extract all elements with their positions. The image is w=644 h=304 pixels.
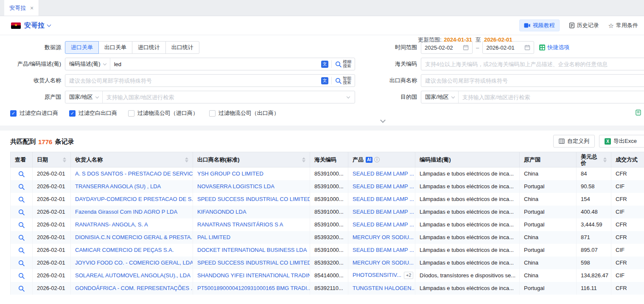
view-detail-icon[interactable] [18, 171, 25, 177]
video-tutorial-label: 视频教程 [533, 22, 555, 29]
cell-consignee-link[interactable]: GONDOÁFRICA - COM. REPRESENTAÇÕES ... [75, 285, 193, 291]
video-icon [524, 23, 530, 28]
translate-icon[interactable]: 文 [321, 61, 328, 68]
table-row: 2026-02-01Fazenda Girassol Com IND AGRO … [11, 206, 644, 218]
view-detail-icon[interactable] [18, 222, 25, 228]
table-row: 2026-02-01GONDOÁFRICA - COM. REPRESENTAÇ… [11, 282, 644, 295]
sort-icon[interactable] [601, 157, 607, 162]
tab-angola[interactable]: 安哥拉 × [4, 0, 39, 16]
cell-consignee-link[interactable]: Fazenda Girassol Com IND AGRO P LDA [75, 209, 177, 215]
view-detail-icon[interactable] [18, 285, 25, 292]
collapse-filters-button[interactable] [380, 117, 386, 123]
sort-icon[interactable] [300, 157, 305, 162]
cell-consignee-link[interactable]: DIONISIA.C.N COMERCIO GERAL & PRESTA... [75, 234, 193, 240]
origin-country-select[interactable]: 国家/地区 [65, 91, 103, 103]
sort-icon[interactable] [182, 157, 188, 162]
column-header[interactable]: 日期 [33, 152, 71, 167]
cell-consignee-link[interactable]: RANATRANS- ANGOLA, S. A [75, 221, 148, 228]
cell-consignee-link[interactable]: A. S DOS SANTOS - PRESTACAO DE SERVIC... [75, 170, 193, 177]
quick-options-link[interactable]: 快捷选项 [539, 44, 569, 51]
exporter-input[interactable] [421, 74, 644, 87]
start-date-value[interactable] [425, 45, 463, 51]
video-tutorial-button[interactable]: 视频教程 [519, 20, 560, 31]
cell-exporter-link[interactable]: PT50018900004120931000165 BMG TRADI... [197, 285, 310, 291]
export-excel-label: 导出Exce [613, 137, 637, 145]
tab-bar: 安哥拉 × [0, 0, 644, 16]
cell-consignee-link[interactable]: DAYDAYUP-COMERCIO E PRESTACAO DE S... [75, 196, 193, 202]
history-button[interactable]: 历史记录 [569, 22, 599, 29]
cell-consignee-link[interactable]: CAMICAR COMERCIO DE PEÇAS S.A. [75, 247, 174, 253]
consignee-input[interactable] [65, 78, 321, 84]
checkbox-unchecked-icon[interactable] [209, 110, 216, 117]
export-excel-button[interactable]: X 导出Exce [599, 135, 644, 148]
column-header[interactable]: 美元总价 [577, 152, 611, 167]
view-detail-icon[interactable] [18, 209, 25, 215]
origin-country-input[interactable] [103, 94, 347, 100]
origin-country-label: 原产国 [10, 93, 61, 101]
checkbox-checked-icon[interactable]: ✓ [10, 110, 17, 117]
cell-product-link[interactable]: SEALED BEAM LAMP ... [353, 183, 414, 190]
column-header[interactable]: 收货人名称 [71, 152, 193, 167]
quick-options-label[interactable]: 快捷选项 [547, 44, 569, 51]
cell-product-link[interactable]: PHOTOSENSITIV... [353, 272, 401, 278]
cell-exporter-link[interactable]: SPEED SUCCESS INDUSTRIAL CO LIMITED [197, 259, 310, 266]
cell-consignee-link[interactable]: SOLAREAL AUTOMOVEL ANGOLA(SU)., LDA [75, 272, 190, 279]
product-more-badge[interactable]: +2 [404, 272, 414, 279]
cell-hs-code: 85391000... [314, 247, 344, 253]
view-detail-icon[interactable] [18, 184, 25, 190]
cell-exporter-link[interactable]: SHANDONG YIFEI INTERNATIONAL TRADIN... [197, 272, 310, 279]
filter-checkbox-3[interactable]: 过滤物流公司（出口商） [209, 109, 279, 117]
cell-product-link[interactable]: SEALED BEAM LAMP ... [353, 247, 414, 253]
view-detail-icon[interactable] [18, 196, 25, 203]
data-source-tab-1[interactable]: 出口关单 [98, 41, 132, 54]
cell-product-link[interactable]: SEALED BEAM LAMP ... [353, 170, 414, 177]
cell-exporter-link[interactable]: SPEED SUCCESS INDUSTRIAL CO LIMITED [197, 196, 310, 202]
custom-columns-button[interactable]: 自定义列 [553, 135, 595, 148]
info-icon[interactable]: i [374, 157, 380, 162]
hs-code-input[interactable] [421, 58, 644, 70]
cell-product-link[interactable]: SEALED BEAM LAMP ... [353, 221, 414, 228]
cell-hs-code: 85391000... [314, 183, 344, 190]
product-keyword-input[interactable] [110, 61, 321, 67]
cell-product-link[interactable]: TUNGSTEN HALOGEN... [353, 285, 415, 291]
cell-exporter-link[interactable]: NOVASERRA LOGISTICS LDA [197, 183, 274, 190]
cell-exporter-link[interactable]: RANATRANS TRANSITÁRIOS S A [197, 221, 283, 228]
destination-country-input[interactable] [459, 94, 644, 100]
product-field-select[interactable]: 编码描述(葡) [65, 58, 110, 70]
cell-exporter-link[interactable]: YSH GROUP CO LIMITED [197, 170, 263, 177]
view-detail-icon[interactable] [18, 234, 25, 241]
destination-country-select[interactable]: 国家/地区 [421, 91, 459, 103]
view-detail-icon[interactable] [18, 247, 25, 254]
view-detail-icon[interactable] [18, 260, 25, 266]
cell-product-link[interactable]: SEALED BEAM LAMP ... [353, 196, 414, 202]
sort-icon[interactable] [60, 157, 66, 162]
favorites-button[interactable]: ☆ 常用条件 [608, 22, 638, 29]
checkbox-checked-icon[interactable]: ✓ [69, 110, 76, 117]
cell-product-link[interactable]: MERCURY OR SODIU... [353, 234, 414, 240]
data-source-tab-2[interactable]: 进口统计 [132, 41, 166, 54]
translate-icon[interactable]: 文 [321, 77, 328, 84]
data-source-tab-0[interactable]: 进口关单 [65, 41, 99, 54]
chevron-down-icon[interactable] [347, 95, 350, 98]
view-detail-icon[interactable] [18, 273, 25, 279]
fuzzy-search-button[interactable]: 模糊 搜索 [332, 60, 355, 68]
cell-consignee-link[interactable]: JOYVIO FOOD CO. - COMERCIO GERAL, LDA [75, 259, 193, 266]
cell-hs-code: 85393200... [314, 259, 344, 266]
data-source-tab-3[interactable]: 出口统计 [165, 41, 199, 54]
cell-exporter-link[interactable]: DOCKET INTERNATIONAL BUSINESS LDA [197, 247, 307, 253]
cell-exporter-link[interactable]: KIFANGONDO LDA [197, 209, 246, 215]
checkbox-unchecked-icon[interactable] [128, 110, 134, 117]
end-date-value[interactable] [486, 45, 524, 51]
cell-product-link[interactable]: MERCURY OR SODIU... [353, 259, 414, 266]
saved-conditions-icon[interactable] [635, 109, 641, 117]
cell-product-link[interactable]: SEALED BEAM LAMP ... [353, 209, 414, 215]
cell-exporter-link[interactable]: PAL LIMITED [197, 234, 230, 240]
cell-consignee-link[interactable]: TRANSERRA ANGOLA (SU) , LDA [75, 183, 161, 190]
smart-search-button[interactable]: 智能 搜索 [332, 76, 355, 85]
filter-checkbox-1[interactable]: ✓过滤空白出口商 [69, 109, 117, 117]
country-chevron-down-icon[interactable] [47, 22, 51, 27]
tab-close-icon[interactable]: × [30, 5, 34, 11]
filter-checkbox-2[interactable]: 过滤物流公司（进口商） [128, 109, 198, 117]
column-header[interactable]: 出口商名称(标准) [193, 152, 310, 167]
filter-checkbox-0[interactable]: ✓过滤空白进口商 [10, 109, 58, 117]
